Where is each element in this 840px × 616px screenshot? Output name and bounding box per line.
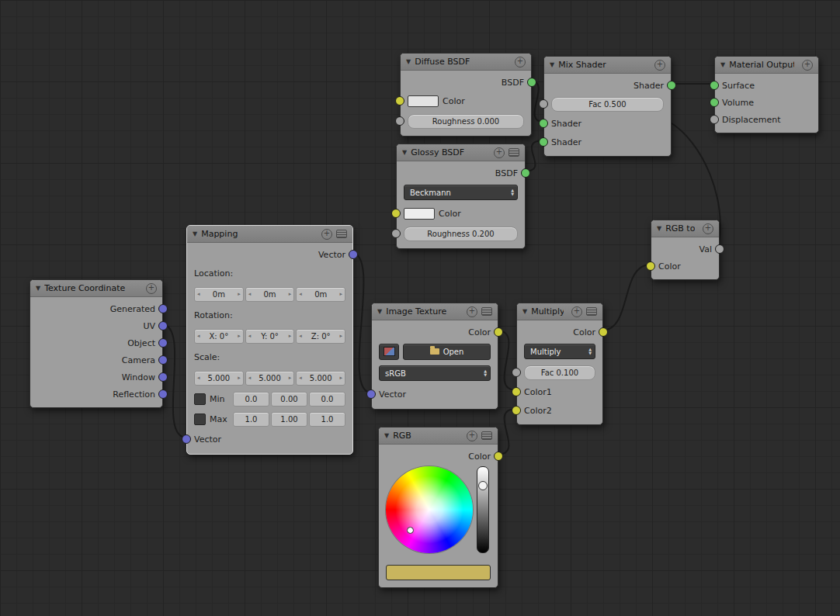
value-slider-knob[interactable] <box>478 481 488 490</box>
socket-shader1-input[interactable] <box>539 119 548 128</box>
socket-color-output[interactable] <box>599 327 608 337</box>
socket-shader-output[interactable] <box>667 81 676 90</box>
increment-arrow-icon[interactable]: ▸ <box>340 333 343 339</box>
decrement-arrow-icon[interactable]: ◂ <box>299 375 302 381</box>
collapse-icon[interactable]: ▼ <box>402 149 407 156</box>
increment-arrow-icon[interactable]: ▸ <box>289 333 292 339</box>
image-browse-button[interactable] <box>379 344 399 360</box>
min-checkbox[interactable] <box>194 393 206 405</box>
plus-icon[interactable]: + <box>467 431 477 441</box>
color-swatch[interactable] <box>404 208 435 220</box>
increment-arrow-icon[interactable]: ▸ <box>340 375 343 381</box>
options-icon[interactable] <box>586 307 597 316</box>
rotation-x-field[interactable]: ◂X: 0°▸ <box>194 329 244 344</box>
increment-arrow-icon[interactable]: ▸ <box>238 291 241 297</box>
node-header[interactable]: ▼ Glossy BSDF + <box>397 144 525 161</box>
color-wheel-cursor[interactable] <box>407 527 414 534</box>
socket-generated-output[interactable] <box>158 304 168 313</box>
socket-color-output[interactable] <box>494 452 503 461</box>
socket-camera-output[interactable] <box>158 355 168 365</box>
collapse-icon[interactable]: ▼ <box>720 61 725 68</box>
location-z-field[interactable]: ◂0m▸ <box>296 287 345 302</box>
socket-roughness-input[interactable] <box>391 229 401 238</box>
node-header[interactable]: ▼ RGB + <box>379 427 498 445</box>
plus-icon[interactable]: + <box>571 306 582 317</box>
collapse-icon[interactable]: ▼ <box>36 285 40 292</box>
increment-arrow-icon[interactable]: ▸ <box>289 291 292 297</box>
decrement-arrow-icon[interactable]: ◂ <box>197 333 200 339</box>
roughness-slider[interactable]: Roughness 0.000 <box>408 114 524 129</box>
socket-reflection-output[interactable] <box>158 389 168 399</box>
blend-mode-dropdown[interactable]: Multiply ▲▼ <box>524 344 595 359</box>
socket-color-input[interactable] <box>391 209 401 218</box>
open-button[interactable]: Open <box>403 344 491 360</box>
color-swatch[interactable] <box>408 95 439 107</box>
increment-arrow-icon[interactable]: ▸ <box>238 333 241 339</box>
decrement-arrow-icon[interactable]: ◂ <box>197 291 200 297</box>
options-icon[interactable] <box>336 230 347 238</box>
socket-vector-input[interactable] <box>182 434 191 444</box>
color-space-dropdown[interactable]: sRGB ▲▼ <box>379 365 491 381</box>
collapse-icon[interactable]: ▼ <box>522 308 527 315</box>
socket-displacement-input[interactable] <box>710 115 719 124</box>
collapse-icon[interactable]: ▼ <box>550 61 554 68</box>
options-icon[interactable] <box>481 307 492 316</box>
decrement-arrow-icon[interactable]: ◂ <box>197 375 200 381</box>
decrement-arrow-icon[interactable]: ◂ <box>248 375 252 381</box>
socket-val-output[interactable] <box>715 244 724 254</box>
collapse-icon[interactable]: ▼ <box>377 308 382 315</box>
min-z-field[interactable]: 0.0 <box>309 392 345 407</box>
socket-volume-input[interactable] <box>710 98 719 107</box>
node-header[interactable]: ▼ Material Output + <box>715 57 818 74</box>
node-header[interactable]: ▼ Image Texture + <box>372 303 498 320</box>
max-x-field[interactable]: 1.0 <box>233 412 269 427</box>
plus-icon[interactable]: + <box>146 283 157 294</box>
socket-fac-input[interactable] <box>539 99 548 109</box>
decrement-arrow-icon[interactable]: ◂ <box>248 333 252 339</box>
plus-icon[interactable]: + <box>654 60 665 71</box>
socket-window-output[interactable] <box>158 372 168 382</box>
min-x-field[interactable]: 0.0 <box>233 392 269 407</box>
decrement-arrow-icon[interactable]: ◂ <box>248 291 252 297</box>
decrement-arrow-icon[interactable]: ◂ <box>299 333 302 339</box>
location-y-field[interactable]: ◂0m▸ <box>245 287 295 302</box>
options-icon[interactable] <box>509 148 519 157</box>
distribution-dropdown[interactable]: Beckmann ▲▼ <box>404 185 518 200</box>
rotation-y-field[interactable]: ◂Y: 0°▸ <box>245 329 295 344</box>
options-icon[interactable] <box>481 431 492 440</box>
collapse-icon[interactable]: ▼ <box>193 230 197 237</box>
node-header[interactable]: ▼ Mix Shader + <box>544 57 671 74</box>
scale-y-field[interactable]: ◂5.000▸ <box>245 371 295 386</box>
location-x-field[interactable]: ◂0m▸ <box>194 287 244 302</box>
increment-arrow-icon[interactable]: ▸ <box>289 375 292 381</box>
plus-icon[interactable]: + <box>321 229 332 240</box>
scale-x-field[interactable]: ◂5.000▸ <box>194 371 244 386</box>
node-header[interactable]: ▼ RGB to + <box>651 220 719 237</box>
node-header[interactable]: ▼ Multiply + <box>517 303 602 320</box>
plus-icon[interactable]: + <box>467 306 477 317</box>
fac-slider[interactable]: Fac 0.100 <box>524 365 595 380</box>
max-checkbox[interactable] <box>194 414 206 425</box>
min-y-field[interactable]: 0.00 <box>271 392 307 407</box>
roughness-slider[interactable]: Roughness 0.200 <box>404 227 518 241</box>
max-z-field[interactable]: 1.0 <box>309 412 345 427</box>
color-wheel[interactable] <box>386 466 473 553</box>
collapse-icon[interactable]: ▼ <box>384 432 389 439</box>
socket-color2-input[interactable] <box>512 406 521 415</box>
max-y-field[interactable]: 1.00 <box>271 412 307 427</box>
collapse-icon[interactable]: ▼ <box>406 58 411 65</box>
node-editor-canvas[interactable]: ▼ Texture Coordinate + Generated UV Obje… <box>0 0 840 616</box>
socket-color-output[interactable] <box>494 327 503 337</box>
socket-vector-input[interactable] <box>366 389 376 399</box>
node-header[interactable]: ▼ Mapping + <box>187 226 352 243</box>
socket-vector-output[interactable] <box>349 250 358 259</box>
node-header[interactable]: ▼ Texture Coordinate + <box>30 280 162 297</box>
fac-slider[interactable]: Fac 0.500 <box>551 97 664 112</box>
socket-object-output[interactable] <box>158 338 168 348</box>
socket-shader2-input[interactable] <box>539 137 548 147</box>
value-slider[interactable] <box>477 466 489 553</box>
socket-uv-output[interactable] <box>158 321 168 330</box>
increment-arrow-icon[interactable]: ▸ <box>238 375 241 381</box>
socket-surface-input[interactable] <box>710 81 719 90</box>
node-header[interactable]: ▼ Diffuse BSDF + <box>401 54 531 71</box>
